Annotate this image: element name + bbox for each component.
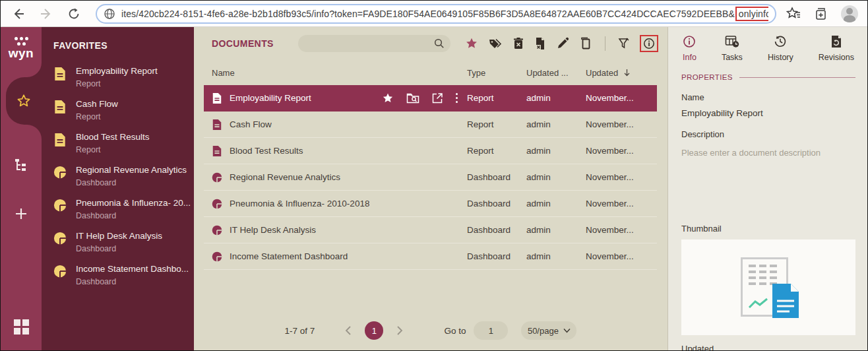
column-header-updated-by[interactable]: Updated ... [526,68,586,78]
wyn-logo[interactable]: wyn [1,27,42,68]
document-x-icon [534,37,546,50]
filter-funnel-icon [618,37,630,50]
favorite-list-item[interactable]: Regional Revenue Analytics Dashboard [53,164,194,187]
document-type: Dashboard [467,199,526,208]
dashboard-icon [53,232,67,245]
page-size-select[interactable]: 50/page [521,321,576,340]
table-row[interactable]: Income Statement Dashboard Dashboard adm… [204,243,657,270]
open-document-button[interactable] [432,92,443,104]
tasks-tab-icon [725,35,739,48]
star-filled-icon [465,37,478,50]
sidebar-item-favorites[interactable] [6,77,42,125]
document-info-button[interactable] [643,38,655,49]
toolbar-divider [605,36,605,51]
revisions-tab-icon [830,35,842,48]
sort-desc-icon [623,69,631,77]
favorites-list: Employability Report Report Cash Flow Re… [53,65,194,286]
document-updated: November... [586,172,657,182]
report-icon [53,133,67,147]
name-value[interactable]: Employability Report [681,108,855,118]
filter-button[interactable] [618,37,630,50]
favorite-list-item[interactable]: IT Help Desk Analysis Dashboard [53,230,194,253]
favorite-item-name: Income Statement Dashbo... [76,263,189,274]
more-actions-button[interactable] [456,93,458,103]
table-row[interactable]: Blood Test Results Report admin November… [204,138,657,164]
favorite-list-item[interactable]: Cash Flow Report [53,98,194,121]
search-input[interactable] [298,35,450,52]
sidebar-item-portal[interactable] [1,319,42,335]
chevron-left-icon [345,326,352,335]
document-updated-by: admin [526,119,586,129]
updated-label: Updated [681,344,855,350]
favorite-item-name: Blood Test Results [76,131,150,143]
assign-tags-button[interactable] [488,37,503,50]
table-row[interactable]: Regional Revenue Analytics Dashboard adm… [204,164,657,191]
column-header-name[interactable]: Name [204,68,467,78]
search-icon [434,38,445,49]
column-header-type[interactable]: Type [467,68,526,78]
plus-icon [14,207,28,221]
unfavorite-button[interactable] [382,92,394,104]
document-updated: November... [586,225,657,235]
forward-icon [40,7,53,20]
avatar-person-icon [846,8,853,15]
table-row[interactable]: Pneumonia & Influenza- 2010-2018 Dashboa… [204,191,657,217]
thumbnail-label: Thumbnail [681,224,855,234]
delete-button[interactable] [512,37,524,50]
browser-toolbar: ites/420cb224-8151-4fe6-a28e-b2b1d8fb93c… [1,1,867,27]
previous-page-button[interactable] [342,323,354,338]
description-input[interactable]: Please enter a document description [681,148,855,158]
search-box[interactable] [298,35,450,52]
table-row[interactable]: Employability Report Report admin Novemb… [204,85,657,112]
favorite-item-type: Dashboard [76,277,189,286]
document-name: Cash Flow [230,119,272,129]
document-updated-by: admin [526,146,586,156]
document-updated: November... [586,251,657,261]
profile-avatar[interactable] [841,5,858,22]
description-label: Description [681,129,855,139]
column-header-updated[interactable]: Updated [586,68,657,78]
browser-refresh-button[interactable] [65,5,82,22]
sidebar-item-create[interactable] [1,207,42,221]
goto-page-input[interactable] [474,321,508,340]
chevron-right-icon [396,326,403,335]
next-page-button[interactable] [394,323,406,338]
remove-document-button[interactable] [534,37,546,50]
browser-forward-button[interactable] [38,5,55,22]
tags-icon [488,37,503,50]
copy-button[interactable] [579,37,592,50]
screenshot-root: ites/420cb224-8151-4fe6-a28e-b2b1d8fb93c… [0,0,868,351]
dashboard-icon [53,166,67,179]
pencil-icon [556,37,569,50]
table-row[interactable]: Cash Flow Report admin November... [204,112,657,138]
browser-back-button[interactable] [10,5,27,22]
tab-revisions[interactable]: Revisions [819,35,854,62]
favorite-list-item[interactable]: Employability Report Report [53,65,194,88]
folder-search-icon [406,92,419,104]
collections-button[interactable] [813,6,829,22]
thumbnail-preview[interactable] [681,239,855,335]
favorite-list-item[interactable]: Blood Test Results Report [53,131,194,154]
table-row[interactable]: IT Help Desk Analysis Dashboard admin No… [204,217,657,243]
locate-in-folder-button[interactable] [406,92,419,104]
favorite-item-type: Dashboard [76,244,162,253]
page-number-button[interactable]: 1 [365,321,383,340]
favorite-list-item[interactable]: Income Statement Dashbo... Dashboard [53,263,194,286]
tab-tasks[interactable]: Tasks [722,35,743,62]
document-updated: November... [586,146,657,156]
tab-info[interactable]: Info [683,35,697,62]
tab-history[interactable]: History [768,35,793,62]
document-name: Employability Report [230,93,311,103]
url-highlight-annotation: onlyinfo=true [735,7,768,21]
documents-table: Name Type Updated ... Updated Employabil… [204,60,657,270]
table-header: Name Type Updated ... Updated [204,60,657,85]
goto-label: Go to [444,326,466,336]
favorites-hub-button[interactable] [786,7,801,21]
favorite-toggle-button[interactable] [465,37,478,50]
sidebar-item-categories[interactable] [1,158,42,174]
address-bar[interactable]: ites/420cb224-8151-4fe6-a28e-b2b1d8fb93c… [96,4,776,24]
rename-button[interactable] [556,37,569,50]
favorite-list-item[interactable]: Pneumonia & Influenza- 20... Dashboard [53,197,194,220]
documents-title: DOCUMENTS [212,38,274,49]
document-name: Pneumonia & Influenza- 2010-2018 [230,199,369,208]
